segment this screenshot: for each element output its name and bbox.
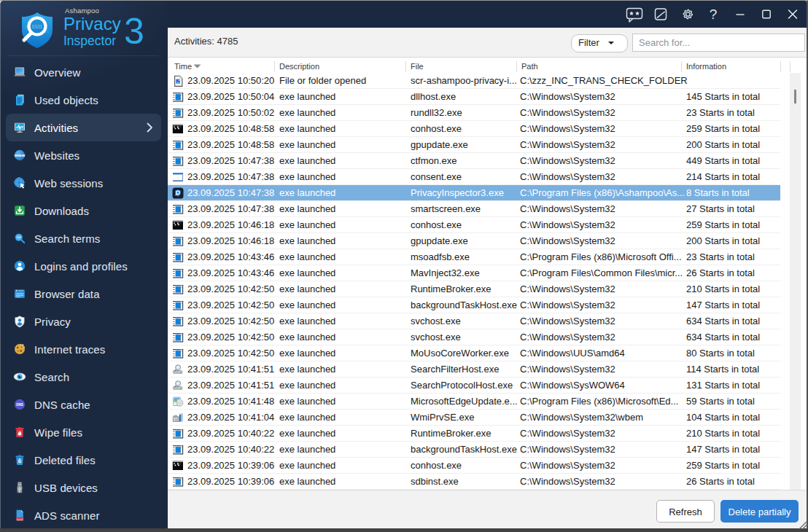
svg-text:www: www (14, 152, 26, 157)
svg-text:0101: 0101 (32, 24, 43, 29)
svg-text:DNS: DNS (16, 403, 23, 407)
